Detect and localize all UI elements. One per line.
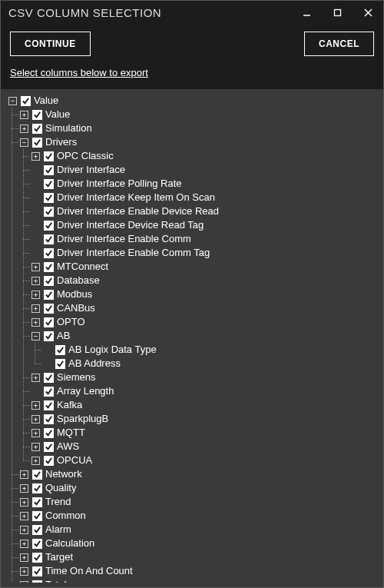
expand-icon[interactable]: + [31,374,40,382]
expand-icon[interactable]: + [31,277,40,285]
checkbox[interactable] [44,248,54,258]
checkbox[interactable] [55,359,65,369]
tree-row[interactable]: Driver Interface Polling Rate [31,177,383,191]
checkbox[interactable] [44,151,54,161]
expand-icon[interactable]: + [20,567,28,576]
tree-row[interactable]: −Value [8,94,383,108]
checkbox[interactable] [44,331,54,341]
tree-row[interactable]: +Calculation [20,537,383,550]
tree-row[interactable]: AB Address [43,357,383,370]
expand-icon[interactable]: + [20,553,28,562]
expand-icon[interactable]: + [31,401,40,410]
collapse-icon[interactable]: − [8,97,17,105]
expand-icon[interactable]: + [20,581,28,583]
checkbox[interactable] [44,262,54,272]
expand-icon[interactable]: + [20,498,28,507]
checkbox[interactable] [44,221,54,231]
tree-row[interactable]: Driver Interface Device Read Tag [31,218,383,232]
tree-row[interactable]: +Common [20,509,383,523]
tree-row[interactable]: +Total [20,578,383,583]
tree-row[interactable]: +Time On And Count [20,564,383,578]
checkbox[interactable] [32,124,42,134]
expand-icon[interactable]: + [20,484,28,493]
tree-row[interactable]: +CANBus [31,301,383,315]
tree-row[interactable]: AB Logix Data Type [43,343,383,357]
checkbox[interactable] [44,373,54,383]
titlebar[interactable]: CSV COLUMN SELECTION [1,1,383,24]
checkbox[interactable] [32,483,42,493]
tree-row[interactable]: +Modbus [31,287,383,301]
checkbox[interactable] [21,96,31,106]
tree-row[interactable]: Array Length [31,384,383,398]
maximize-button[interactable] [322,1,353,24]
expand-icon[interactable]: + [31,152,40,161]
tree-row[interactable]: +Simulation [20,121,383,135]
checkbox[interactable] [44,428,54,438]
expand-icon[interactable]: + [20,526,28,534]
expand-icon[interactable]: + [31,443,40,451]
tree-row[interactable]: +SparkplugB [31,412,383,426]
checkbox[interactable] [32,566,42,576]
checkbox[interactable] [32,511,42,521]
tree-row[interactable]: Driver Interface Enable Comm [31,232,383,246]
tree-row[interactable]: +MTConnect [31,260,383,274]
tree-row[interactable]: Driver Interface Keep Item On Scan [31,191,383,204]
tree-row[interactable]: +Value [20,108,383,121]
checkbox[interactable] [44,193,54,203]
checkbox[interactable] [32,525,42,535]
tree-scroll[interactable]: −Value+Value+Simulation−Drivers+OPC Clas… [4,94,383,583]
checkbox[interactable] [44,234,54,244]
tree-row[interactable]: +OPC Classic [31,149,383,163]
expand-icon[interactable]: + [20,470,28,479]
checkbox[interactable] [44,179,54,189]
checkbox[interactable] [44,276,54,286]
checkbox[interactable] [32,497,42,507]
tree-row[interactable]: +Target [20,550,383,564]
expand-icon[interactable]: + [31,263,40,271]
cancel-button[interactable]: CANCEL [304,32,374,56]
checkbox[interactable] [44,317,54,327]
expand-icon[interactable]: + [31,415,40,424]
tree-row[interactable]: Driver Interface Enable Device Read [31,204,383,218]
checkbox[interactable] [32,539,42,549]
checkbox[interactable] [44,442,54,452]
checkbox[interactable] [32,138,42,148]
checkbox[interactable] [55,345,65,355]
expand-icon[interactable]: + [20,540,28,548]
collapse-icon[interactable]: − [31,332,40,341]
checkbox[interactable] [32,553,42,563]
checkbox[interactable] [44,207,54,217]
tree-row[interactable]: +Kafka [31,398,383,412]
checkbox[interactable] [44,165,54,175]
tree-row[interactable]: +Database [31,274,383,287]
expand-icon[interactable]: + [20,125,28,133]
continue-button[interactable]: CONTINUE [10,32,91,56]
checkbox[interactable] [44,456,54,466]
tree-row[interactable]: +OPTO [31,315,383,329]
checkbox[interactable] [44,290,54,300]
checkbox[interactable] [44,304,54,314]
checkbox[interactable] [32,580,42,583]
collapse-icon[interactable]: − [20,138,28,147]
checkbox[interactable] [32,110,42,120]
expand-icon[interactable]: + [31,291,40,299]
close-button[interactable] [353,1,383,24]
tree-row[interactable]: +Network [20,467,383,481]
expand-icon[interactable]: + [31,304,40,313]
expand-icon[interactable]: + [31,318,40,327]
expand-icon[interactable]: + [20,111,28,119]
tree-row[interactable]: +MQTT [31,426,383,440]
expand-icon[interactable]: + [31,457,40,465]
checkbox[interactable] [44,387,54,397]
expand-icon[interactable]: + [20,512,28,520]
expand-icon[interactable]: + [31,429,40,437]
checkbox[interactable] [32,470,42,480]
tree-row[interactable]: +Trend [20,495,383,509]
tree-row[interactable]: +Alarm [20,523,383,537]
tree-row[interactable]: Driver Interface Enable Comm Tag [31,246,383,260]
checkbox[interactable] [44,400,54,410]
tree-row[interactable]: −Drivers [20,135,383,149]
tree-row[interactable]: Driver Interface [31,163,383,177]
tree-row[interactable]: −AB [31,329,383,343]
minimize-button[interactable] [291,1,322,24]
